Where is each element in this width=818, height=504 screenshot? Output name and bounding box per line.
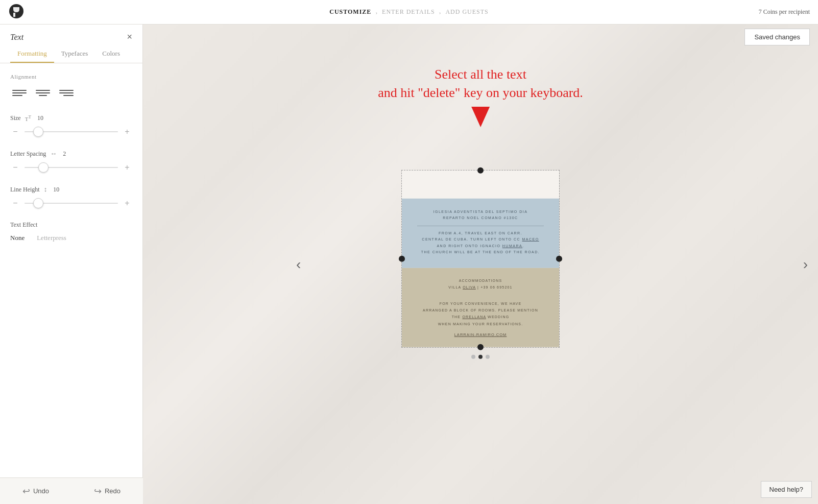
saved-changes-button[interactable]: Saved changes xyxy=(744,29,810,45)
handle-right[interactable] xyxy=(556,256,562,262)
tab-colors[interactable]: Colors xyxy=(95,46,127,63)
size-decrease-button[interactable]: − xyxy=(10,127,20,136)
need-help-button[interactable]: Need help? xyxy=(761,481,812,498)
text-effect-options: None Letterpress xyxy=(10,234,132,242)
dots-indicator xyxy=(401,355,560,359)
handle-top[interactable] xyxy=(477,167,484,173)
humara-underline: HUMARA xyxy=(502,244,522,248)
undo-icon: ↩ xyxy=(22,486,30,497)
invitation-card: IGLESIA ADVENTISTA DEL SEPTIMO DIA REPAR… xyxy=(402,170,559,347)
letter-spacing-section: Letter Spacing ↔ 2 − + xyxy=(10,150,132,172)
letter-spacing-slider-controls: − + xyxy=(10,163,132,172)
dot-3[interactable] xyxy=(486,355,490,359)
canvas-area: Select all the text and hit "delete" key… xyxy=(143,25,818,504)
app-logo[interactable] xyxy=(8,3,27,21)
redo-label: Redo xyxy=(105,487,121,495)
letter-spacing-value: 2 xyxy=(63,150,66,158)
size-label: Size xyxy=(10,114,21,122)
line-height-value: 10 xyxy=(53,186,59,194)
size-icon: TT xyxy=(25,114,31,122)
card-sand-section: ACCOMMODATIONS VILLA OLIVA | +39 06 6952… xyxy=(402,268,559,347)
redo-icon: ↪ xyxy=(94,486,102,497)
panel-header: Text × xyxy=(0,25,142,42)
card-url: LARRAIN-RAMIRO.COM xyxy=(417,332,544,337)
venue-address-text: REPARTO NOEL COMANO #130C xyxy=(443,216,518,220)
block-line2: ARRANGED A BLOCK OF ROOMS. PLEASE MENTIO… xyxy=(417,307,544,314)
align-left-button[interactable] xyxy=(10,86,29,100)
card-blue-section: IGLESIA ADVENTISTA DEL SEPTIMO DIA REPAR… xyxy=(402,198,559,268)
accommodations-title: ACCOMMODATIONS xyxy=(417,277,544,284)
svg-rect-1 xyxy=(13,13,15,17)
undo-button[interactable]: ↩ Undo xyxy=(22,486,49,497)
venue-address: REPARTO NOEL COMANO #130C xyxy=(417,215,544,222)
size-value: 10 xyxy=(37,114,43,122)
effect-none-option[interactable]: None xyxy=(10,234,25,242)
handle-left[interactable] xyxy=(399,256,405,262)
line-height-increase-button[interactable]: + xyxy=(122,199,132,208)
text-effect-label: Text Effect xyxy=(10,221,132,229)
step-add-guests[interactable]: ADD GUESTS xyxy=(445,8,488,16)
letter-spacing-icon: ↔ xyxy=(50,150,57,158)
block-line4: WHEN MAKING YOUR RESERVATIONS. xyxy=(417,320,544,327)
tab-typefaces[interactable]: Typefaces xyxy=(54,46,95,63)
line-height-section: Line Height ↕ 10 − + xyxy=(10,185,132,208)
orellana-underline: ORELLANA xyxy=(462,315,486,319)
step-enter-details[interactable]: ENTER DETAILS xyxy=(382,8,435,16)
undo-label: Undo xyxy=(33,487,49,495)
letter-spacing-increase-button[interactable]: + xyxy=(122,163,132,172)
panel-tabs: Formatting Typefaces Colors xyxy=(0,42,142,63)
line-height-decrease-button[interactable]: − xyxy=(10,199,20,208)
block-line3: THE ORELLANA WEDDING xyxy=(417,314,544,320)
line-height-slider-track[interactable] xyxy=(25,203,118,204)
dot-1[interactable] xyxy=(471,355,475,359)
coins-label: 7 Coins per recipient xyxy=(759,8,810,16)
size-slider-thumb[interactable] xyxy=(33,127,43,137)
letter-spacing-label: Letter Spacing xyxy=(10,150,46,158)
letter-spacing-slider-thumb[interactable] xyxy=(38,162,49,173)
card-selection-border: IGLESIA ADVENTISTA DEL SEPTIMO DIA REPAR… xyxy=(401,170,560,347)
card-wrapper[interactable]: IGLESIA ADVENTISTA DEL SEPTIMO DIA REPAR… xyxy=(401,170,560,358)
prev-card-button[interactable]: ‹ xyxy=(291,251,306,278)
bottom-toolbar: ↩ Undo ↪ Redo xyxy=(0,477,143,504)
line-height-label: Line Height xyxy=(10,186,40,194)
accommodations-detail: VILLA OLIVA | +39 06 695201 xyxy=(417,284,544,291)
chevron-icon-1: › xyxy=(375,9,378,15)
tab-formatting[interactable]: Formatting xyxy=(10,46,54,63)
align-right-button[interactable] xyxy=(57,86,76,100)
alignment-group xyxy=(10,86,132,100)
letter-spacing-slider-track[interactable] xyxy=(25,167,118,168)
align-center-button[interactable] xyxy=(34,86,52,100)
text-effect-section: Text Effect None Letterpress xyxy=(10,221,132,242)
directions-line2: CENTRAL DE CUBA. TURN LEFT ONTO CC MACEO xyxy=(417,236,544,243)
dot-2[interactable] xyxy=(478,355,483,359)
size-slider-track[interactable] xyxy=(25,131,118,132)
directions-line1: FROM A.4, TRAVEL EAST ON CARR. xyxy=(417,230,544,237)
handle-bottom[interactable] xyxy=(477,344,484,350)
size-section: Size TT 10 − + xyxy=(10,114,132,136)
size-increase-button[interactable]: + xyxy=(122,127,132,136)
line-height-slider-controls: − + xyxy=(10,199,132,208)
top-navigation: CUSTOMIZE › ENTER DETAILS › ADD GUESTS 7… xyxy=(0,0,818,25)
directions-line3: AND RIGHT ONTO IGNACIO HUMARA. xyxy=(417,243,544,250)
alignment-section: Alignment xyxy=(10,74,132,100)
venue-name: IGLESIA ADVENTISTA DEL SEPTIMO DIA xyxy=(417,208,544,215)
panel-title: Text xyxy=(10,33,23,42)
line-height-slider-thumb[interactable] xyxy=(33,198,43,208)
panel-content: Alignment xyxy=(0,63,142,504)
directions-line4: THE CHURCH WILL BE AT THE END OF THE ROA… xyxy=(417,249,544,256)
redo-button[interactable]: ↪ Redo xyxy=(94,486,121,497)
card-top-white xyxy=(402,170,559,198)
card-divider xyxy=(417,226,544,226)
step-customize[interactable]: CUSTOMIZE xyxy=(329,8,371,16)
effect-letterpress-option[interactable]: Letterpress xyxy=(37,234,66,242)
next-card-button[interactable]: › xyxy=(798,251,813,278)
maceo-underline: MACEO xyxy=(522,237,539,241)
letter-spacing-decrease-button[interactable]: − xyxy=(10,163,20,172)
oliva-underline: OLIVA xyxy=(463,285,476,289)
size-slider-controls: − + xyxy=(10,127,132,136)
line-height-icon: ↕ xyxy=(44,185,47,194)
text-panel: Text × Formatting Typefaces Colors Align… xyxy=(0,25,143,504)
alignment-label: Alignment xyxy=(10,74,132,80)
chevron-icon-2: › xyxy=(439,9,442,15)
close-button[interactable]: × xyxy=(127,32,132,42)
